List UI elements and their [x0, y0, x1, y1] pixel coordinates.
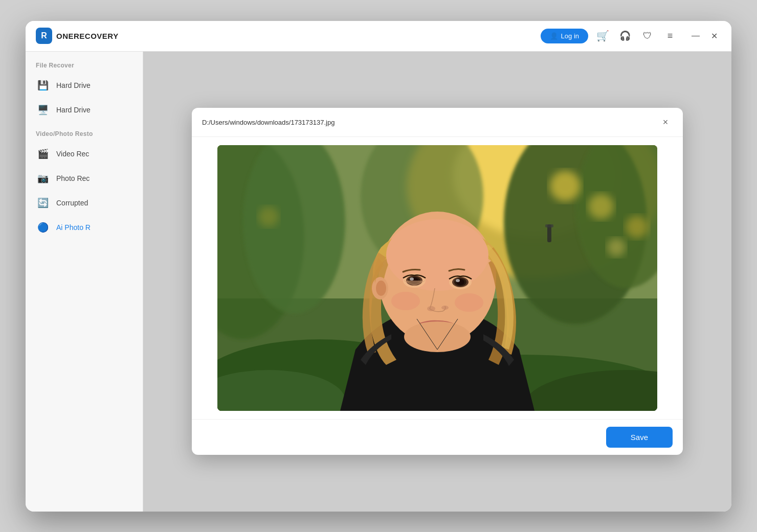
login-label: Log in [561, 32, 579, 40]
sidebar-item-ai-photo[interactable]: 🔵 Ai Photo R [26, 215, 143, 240]
svg-rect-41 [545, 224, 553, 227]
close-icon: ✕ [711, 31, 718, 41]
modal-close-button[interactable]: × [658, 115, 673, 129]
video-rec-icon: 🎬 [36, 147, 50, 161]
modal-header: D:/Users/windows/downloads/173173137.jpg… [192, 108, 683, 137]
close-button[interactable]: ✕ [707, 29, 721, 43]
sidebar-item-photo-rec[interactable]: 📷 Photo Rec [26, 166, 143, 191]
svg-point-34 [441, 306, 449, 310]
login-button[interactable]: 👤 Log in [541, 29, 588, 43]
login-user-icon: 👤 [550, 32, 558, 40]
app-logo-icon: R [36, 28, 52, 44]
sidebar: File Recover 💾 Hard Drive 🖥️ Hard Drive … [26, 52, 143, 512]
menu-button[interactable]: ≡ [662, 28, 678, 44]
sidebar-item-hard-drive-1[interactable]: 💾 Hard Drive [26, 73, 143, 98]
cart-icon: 🛒 [596, 30, 609, 42]
sidebar-item-hard-drive-2[interactable]: 🖥️ Hard Drive [26, 98, 143, 122]
svg-point-33 [427, 306, 435, 311]
logo-area: R ONERECOVERY [36, 28, 119, 44]
cart-button[interactable]: 🛒 [594, 28, 611, 44]
menu-icon: ≡ [667, 31, 673, 41]
modal-footer: Save [192, 419, 683, 455]
svg-point-22 [386, 219, 488, 291]
shield-icon: 🛡 [643, 31, 652, 41]
sidebar-item-corrupted[interactable]: 🔄 Corrupted [26, 191, 143, 215]
hard-drive-2-icon: 🖥️ [36, 103, 50, 117]
title-bar: R ONERECOVERY 👤 Log in 🛒 🎧 🛡 ≡ [26, 21, 731, 52]
app-window: R ONERECOVERY 👤 Log in 🛒 🎧 🛡 ≡ [26, 21, 731, 512]
photo-rec-icon: 📷 [36, 171, 50, 186]
svg-point-11 [626, 216, 648, 238]
headset-icon: 🎧 [619, 30, 631, 41]
sidebar-item-video-rec[interactable]: 🎬 Video Rec [26, 142, 143, 166]
title-bar-actions: 👤 Log in 🛒 🎧 🛡 ≡ — ✕ [541, 28, 721, 44]
image-preview-modal: D:/Users/windows/downloads/173173137.jpg… [192, 108, 683, 455]
video-rec-label: Video Rec [56, 150, 89, 158]
shield-button[interactable]: 🛡 [639, 28, 656, 44]
ai-photo-label: Ai Photo R [56, 223, 91, 232]
minimize-button[interactable]: — [688, 29, 703, 43]
corrupted-label: Corrupted [56, 199, 88, 207]
save-button[interactable]: Save [606, 427, 673, 448]
portrait-image [217, 145, 657, 411]
headset-button[interactable]: 🎧 [617, 28, 633, 44]
hard-drive-2-label: Hard Drive [56, 106, 91, 114]
ai-photo-icon: 🔵 [36, 220, 50, 235]
photo-preview [217, 145, 657, 411]
hard-drive-1-label: Hard Drive [56, 81, 91, 89]
window-controls: — ✕ [688, 29, 721, 43]
svg-point-37 [404, 321, 471, 352]
modal-close-icon: × [663, 117, 669, 128]
right-panel: D:/Users/windows/downloads/173173137.jpg… [143, 52, 731, 512]
svg-point-27 [410, 277, 414, 281]
svg-point-13 [550, 171, 581, 201]
photo-rec-label: Photo Rec [56, 174, 90, 182]
svg-point-10 [607, 238, 626, 257]
corrupted-icon: 🔄 [36, 196, 50, 210]
modal-body [192, 137, 683, 419]
svg-point-39 [376, 281, 386, 296]
sidebar-section-file-recover: File Recover [26, 62, 143, 73]
sidebar-section-video-photo: Video/Photo Resto [26, 130, 143, 142]
main-content: File Recover 💾 Hard Drive 🖥️ Hard Drive … [26, 52, 731, 512]
svg-point-35 [391, 292, 420, 310]
minimize-icon: — [692, 31, 700, 40]
svg-point-32 [456, 279, 460, 282]
modal-overlay: D:/Users/windows/downloads/173173137.jpg… [143, 52, 731, 512]
svg-point-36 [455, 293, 483, 312]
svg-point-9 [588, 194, 614, 219]
svg-point-12 [258, 206, 279, 227]
modal-filepath: D:/Users/windows/downloads/173173137.jpg [202, 119, 335, 126]
hard-drive-1-icon: 💾 [36, 78, 50, 92]
app-title: ONERECOVERY [56, 32, 119, 40]
